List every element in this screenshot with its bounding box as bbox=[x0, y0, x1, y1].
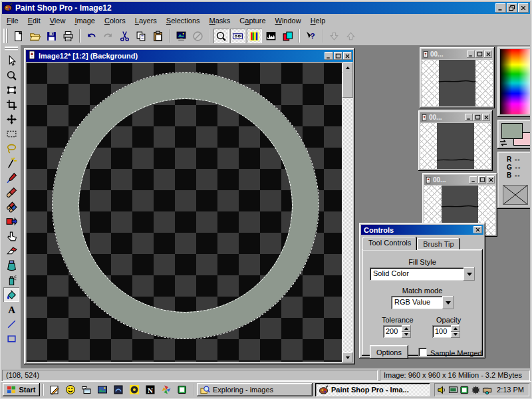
image-close-button[interactable] bbox=[343, 52, 352, 60]
cut-button[interactable] bbox=[117, 29, 132, 43]
thumbnail-maximize-button[interactable] bbox=[475, 51, 483, 58]
tool-text[interactable]: A bbox=[3, 302, 19, 317]
thumbnail-maximize-button[interactable] bbox=[473, 114, 481, 121]
opacity-spinner[interactable]: 100 bbox=[432, 325, 460, 338]
color-picker[interactable] bbox=[497, 47, 530, 117]
open-button[interactable] bbox=[27, 29, 43, 43]
redo-button[interactable] bbox=[100, 29, 116, 43]
tool-retouch[interactable] bbox=[3, 229, 19, 243]
quick-launch-book[interactable] bbox=[174, 383, 190, 397]
scrollbar-thumb[interactable] bbox=[342, 72, 353, 98]
opacity-up-button[interactable] bbox=[451, 325, 460, 332]
task-button-explorer[interactable]: Exploring - images bbox=[197, 383, 313, 396]
tool-dropper[interactable] bbox=[3, 170, 19, 185]
toolbar-grip[interactable] bbox=[3, 29, 8, 43]
quick-launch-imaging[interactable] bbox=[94, 383, 110, 397]
quick-launch-notes[interactable] bbox=[47, 383, 63, 397]
thumbnail-minimize-button[interactable] bbox=[467, 51, 475, 58]
paste-button[interactable] bbox=[150, 29, 166, 43]
opacity-value[interactable]: 100 bbox=[432, 325, 451, 338]
thumbnail-close-button[interactable] bbox=[484, 51, 492, 58]
tolerance-up-button[interactable] bbox=[402, 325, 411, 332]
quick-launch-wheel[interactable] bbox=[126, 383, 142, 397]
image-maximize-button[interactable] bbox=[334, 52, 342, 60]
vertical-scrollbar[interactable] bbox=[342, 63, 353, 362]
tool-crop[interactable] bbox=[3, 97, 19, 112]
undo-button[interactable] bbox=[84, 29, 99, 43]
tool-magic-wand[interactable] bbox=[3, 156, 19, 170]
sample-merged-checkbox[interactable] bbox=[418, 348, 427, 356]
thumbnail-minimize-button[interactable] bbox=[469, 176, 477, 184]
tool-deformation[interactable] bbox=[3, 82, 19, 97]
opacity-down-button[interactable] bbox=[451, 332, 460, 338]
menu-item-colors[interactable]: Colors bbox=[100, 15, 130, 26]
image-minimize-button[interactable] bbox=[325, 52, 333, 60]
tool-freehand[interactable] bbox=[3, 141, 19, 156]
task-button-psp[interactable]: Paint Shop Pro - Ima... bbox=[315, 383, 430, 396]
controls-titlebar[interactable]: Controls bbox=[361, 225, 483, 235]
menu-item-edit[interactable]: Edit bbox=[23, 15, 45, 26]
thumbnail-close-button[interactable] bbox=[482, 114, 490, 121]
thumbnail-window-1[interactable]: 00... bbox=[420, 47, 495, 108]
tab-brush-tip[interactable]: Brush Tip bbox=[417, 238, 460, 249]
color-picker-gradient[interactable] bbox=[500, 49, 530, 114]
fill-style-dropdown-arrow[interactable] bbox=[464, 267, 475, 281]
menu-item-masks[interactable]: Masks bbox=[205, 15, 235, 26]
tray-volume[interactable] bbox=[437, 385, 447, 395]
tray-book[interactable] bbox=[460, 385, 469, 395]
thumbnail-titlebar[interactable]: 00... bbox=[420, 112, 491, 122]
fill-style-dropdown[interactable]: Solid Color bbox=[370, 267, 475, 281]
start-button[interactable]: Start bbox=[3, 383, 40, 396]
quick-launch-netscape[interactable]: N bbox=[142, 383, 158, 397]
thumbnail-maximize-button[interactable] bbox=[478, 176, 486, 184]
tool-flood-fill[interactable] bbox=[3, 287, 19, 302]
browse-down-button[interactable] bbox=[327, 29, 342, 43]
restore-button[interactable] bbox=[507, 3, 517, 13]
thumbnail-minimize-button[interactable] bbox=[465, 114, 473, 121]
tool-line[interactable] bbox=[3, 317, 19, 331]
quick-launch-pinwheel[interactable] bbox=[158, 383, 174, 397]
normal-viewing-button[interactable] bbox=[190, 29, 205, 43]
save-button[interactable] bbox=[44, 29, 59, 43]
menu-item-layers[interactable]: Layers bbox=[130, 15, 162, 26]
quick-launch-desktop[interactable] bbox=[78, 383, 94, 397]
minimize-button[interactable] bbox=[495, 3, 506, 13]
thumbnail-titlebar[interactable]: 00... bbox=[424, 175, 495, 185]
menu-item-capture[interactable]: Capture bbox=[235, 15, 270, 26]
copy-button[interactable] bbox=[134, 29, 149, 43]
tool-arrow[interactable] bbox=[3, 53, 19, 68]
swap-colors-icon[interactable] bbox=[499, 139, 508, 147]
histogram-button[interactable] bbox=[263, 29, 279, 43]
print-button[interactable] bbox=[61, 29, 76, 43]
thumbnail-titlebar[interactable]: 00... bbox=[422, 49, 493, 59]
tool-eraser[interactable] bbox=[3, 243, 19, 258]
tray-display[interactable] bbox=[448, 385, 458, 395]
zoom-toggle-button[interactable] bbox=[213, 29, 229, 43]
controls-close-button[interactable] bbox=[473, 226, 482, 233]
thumbnail-window-2[interactable]: 00... bbox=[418, 110, 493, 171]
tolerance-down-button[interactable] bbox=[402, 332, 411, 338]
thumbnail-close-button[interactable] bbox=[487, 176, 495, 184]
tray-scanner[interactable] bbox=[482, 385, 492, 395]
tool-airbrush[interactable] bbox=[3, 273, 19, 287]
color-palette-button[interactable] bbox=[247, 29, 262, 43]
menu-item-selections[interactable]: Selections bbox=[162, 15, 205, 26]
match-mode-dropdown[interactable]: RGB Value bbox=[391, 296, 454, 309]
foreground-color-swatch[interactable] bbox=[501, 123, 523, 139]
scroll-up-button[interactable] bbox=[342, 63, 353, 72]
layer-palette-button[interactable] bbox=[280, 29, 295, 43]
tool-picture-tube[interactable] bbox=[3, 258, 19, 273]
tab-tool-controls[interactable]: Tool Controls bbox=[362, 237, 417, 250]
context-help-button[interactable]: ? bbox=[303, 29, 319, 43]
tolerance-value[interactable]: 200 bbox=[383, 325, 402, 338]
tool-shape[interactable] bbox=[3, 331, 19, 346]
tool-clone-brush[interactable] bbox=[3, 200, 19, 214]
image-window-titlebar[interactable]: Image12* [1:2] (Background) bbox=[26, 50, 353, 62]
tool-paintbrush[interactable] bbox=[3, 185, 19, 200]
tray-gear[interactable] bbox=[471, 385, 481, 395]
style-bar-button[interactable] bbox=[230, 29, 245, 43]
fullscreen-preview-button[interactable] bbox=[174, 29, 189, 43]
browse-up-button[interactable] bbox=[343, 29, 358, 43]
options-button[interactable]: Options bbox=[370, 345, 408, 359]
menu-item-help[interactable]: Help bbox=[306, 15, 331, 26]
